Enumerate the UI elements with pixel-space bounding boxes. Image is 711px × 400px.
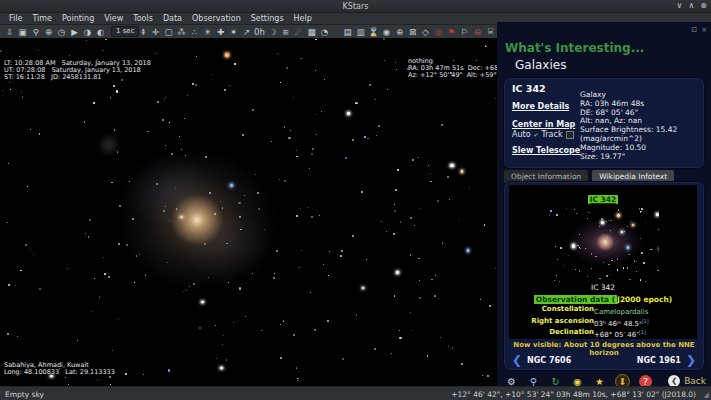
wikipedia-view[interactable]: IC 342 IC 342 Observation data (J2000 ep…: [509, 185, 697, 339]
prev-object-button[interactable]: ❮ NGC 7606: [512, 354, 571, 366]
prev-object-label[interactable]: NGC 7606: [527, 356, 571, 365]
constellation-names-icon[interactable]: ✶: [227, 26, 240, 38]
galaxy-ic342-render[interactable]: [92, 120, 302, 320]
menu-item-pointing[interactable]: Pointing: [57, 14, 99, 23]
devices-icon[interactable]: ▤: [341, 26, 354, 38]
ekos-icon[interactable]: ▥: [354, 26, 367, 38]
remove-red-icon[interactable]: ⊖: [471, 26, 484, 38]
focus-info-overlay: nothingRA: 03h 47m 51s Dec: +68° 08' 13"…: [408, 38, 497, 79]
slew-telescope-link[interactable]: Slew Telescope: [512, 146, 580, 155]
menu-item-settings[interactable]: Settings: [246, 14, 289, 23]
object-info-list: GalaxyRA: 03h 46m 48sDE: 68° 05' 46"Alt:…: [580, 91, 677, 161]
location-info-line: Long: 48.100833 Lat: 29.113333: [4, 369, 115, 376]
rotate-icon[interactable]: ◇: [419, 26, 432, 38]
center-target-icon[interactable]: ⊕: [393, 26, 406, 38]
find-object-icon[interactable]: ⚲: [29, 26, 42, 38]
spin-down-icon[interactable]: ▼: [141, 32, 144, 36]
deep-sky-toggle-icon[interactable]: ∴: [188, 26, 201, 38]
track-checkbox[interactable]: [566, 131, 574, 139]
time-info-overlay: LT: 10:28:08 AM Saturday, January 13, 20…: [4, 40, 151, 81]
main-toolbar: ⇩▣⚲⊕◷▶◑◐ 1 sec ▲ ▼ ✛▢⁂∴☀✚✶↗0h☽≋☄▦◔ ▤▥⌛◉⊕…: [0, 25, 500, 38]
table-row: Right ascension 03ʰ 46ᵐ 48.5ˢ[1]: [512, 317, 694, 329]
open-image-icon[interactable]: ▣: [16, 26, 29, 38]
menu-item-time[interactable]: Time: [27, 14, 57, 23]
track-label: Track: [542, 130, 563, 139]
focus-info-line: Az: +12° 50' 49" Alt: +59° 50' 14": [408, 72, 497, 79]
fov-symbol-icon[interactable]: ▢: [162, 26, 175, 38]
chevron-right-icon[interactable]: ❯: [686, 354, 696, 366]
horizon-icon[interactable]: ☽: [266, 26, 279, 38]
check-icon: ✔: [534, 131, 539, 138]
menu-item-file[interactable]: File: [4, 14, 27, 23]
white-flag-icon[interactable]: ⚐: [458, 26, 471, 38]
auto-track-row: Auto ✔ Track: [512, 130, 574, 139]
wiki-object-link[interactable]: IC 342: [588, 195, 619, 204]
object-name: IC 342: [512, 83, 546, 94]
faint-nebulosity: [96, 134, 122, 156]
next-object-label[interactable]: NGC 1961: [637, 356, 681, 365]
time-step-spinner[interactable]: ▲ ▼: [141, 28, 144, 35]
dock-float-button[interactable]: ⊡: [691, 26, 697, 34]
menu-item-view[interactable]: View: [99, 14, 128, 23]
kstars-window: KStars ∨ ∧ ⊗ FileTimePointingViewToolsDa…: [0, 0, 711, 400]
comet-icon[interactable]: ☄: [292, 26, 305, 38]
toggle-clock-icon[interactable]: ▶: [68, 26, 81, 38]
lock-icon[interactable]: ⊠: [406, 26, 419, 38]
indi-panel-icon[interactable]: ⌛: [367, 26, 380, 38]
object-summary-card: IC 342 More Details Center in Map Auto ✔…: [503, 77, 705, 169]
grid-icon[interactable]: ▦: [305, 26, 318, 38]
moon-phase-icon[interactable]: ◔: [318, 26, 331, 38]
window-close-button[interactable]: ⊗: [700, 1, 707, 11]
step-forward-icon[interactable]: ◐: [94, 26, 107, 38]
sky-map[interactable]: LT: 10:28:08 AM Saturday, January 13, 20…: [0, 38, 497, 386]
window-maximize-button[interactable]: ∧: [688, 1, 694, 11]
constellation-lines-icon[interactable]: ✚: [214, 26, 227, 38]
menu-item-observation[interactable]: Observation: [187, 14, 246, 23]
status-coordinates: +12° 46' 42", +10° 53' 24" 03h 48m 10s, …: [451, 390, 706, 399]
time-step-input[interactable]: 1 sec: [111, 26, 139, 37]
menu-item-help[interactable]: Help: [289, 14, 317, 23]
menu-item-data[interactable]: Data: [158, 14, 187, 23]
wiki-data-table: Constellation Camelopardalis Right ascen…: [512, 305, 694, 339]
status-bar: Empty sky +12° 46' 42", +10° 53' 24" 03h…: [0, 386, 711, 400]
object-info-line: Size: 19.77": [580, 153, 677, 162]
milky-way-icon[interactable]: ≋: [279, 26, 292, 38]
status-left: Empty sky: [5, 390, 44, 399]
table-row: Declination +68° 05′ 46″[1]: [512, 328, 694, 339]
red-flag-icon[interactable]: ⚑: [445, 26, 458, 38]
window-minimize-button[interactable]: ∨: [677, 1, 683, 11]
menu-item-tools[interactable]: Tools: [128, 14, 158, 23]
table-row: Constellation Camelopardalis: [512, 305, 694, 317]
step-backward-icon[interactable]: ◑: [81, 26, 94, 38]
wiki-galaxy-image: [547, 208, 659, 282]
back-label[interactable]: Back: [684, 376, 706, 386]
more-details-link[interactable]: More Details: [512, 102, 569, 111]
chevron-left-icon[interactable]: ❮: [512, 354, 522, 366]
observation-data-header: Observation data (J2000 epoch): [509, 292, 697, 305]
wikipedia-card: IC 342 IC 342 Observation data (J2000 ep…: [503, 181, 705, 371]
time-step-control[interactable]: 1 sec ▲ ▼: [111, 26, 145, 37]
target-red-icon[interactable]: ◎: [432, 26, 445, 38]
stars-toggle-icon[interactable]: ⁂: [175, 26, 188, 38]
geographic-location-icon[interactable]: ⊕: [42, 26, 55, 38]
equatorial-grid-icon[interactable]: 0h: [253, 26, 266, 38]
next-object-button[interactable]: NGC 1961 ❯: [637, 354, 696, 366]
dock-close-button[interactable]: ×: [701, 26, 707, 34]
set-time-icon[interactable]: ◷: [55, 26, 68, 38]
title-bar: KStars ∨ ∧ ⊗: [0, 0, 711, 13]
solar-system-toggle-icon[interactable]: ☀: [201, 26, 214, 38]
supernovae-icon[interactable]: ↗: [240, 26, 253, 38]
window-title: KStars: [343, 2, 369, 11]
resize-grip[interactable]: ◢: [704, 391, 709, 399]
category-title: Galaxies: [515, 58, 566, 72]
wiki-image-caption: IC 342: [509, 283, 697, 292]
center-in-map-link[interactable]: Center in Map: [512, 120, 575, 129]
panel-title: What's Interesting...: [505, 41, 644, 55]
dock-config-icon[interactable]: ⌸: [484, 26, 497, 38]
pointing-crosshair-icon[interactable]: ✛: [149, 26, 162, 38]
view-eye-icon[interactable]: ◉: [380, 26, 393, 38]
download-data-icon[interactable]: ⇩: [3, 26, 16, 38]
location-info-overlay: Sabahiya, Ahmadi, KuwaitLong: 48.100833 …: [4, 342, 115, 376]
auto-label: Auto: [512, 130, 531, 139]
whats-interesting-panel: ⊡ × What's Interesting... Galaxies IC 34…: [497, 22, 711, 386]
